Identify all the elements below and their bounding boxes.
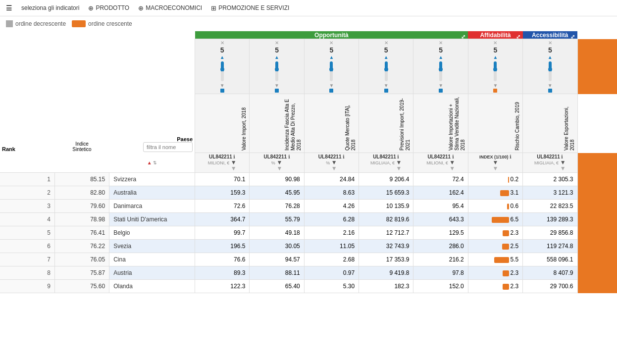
hamburger-icon[interactable]: ☰ [6,4,12,12]
category-header-row: Opportunità ⤢ Affidabilità ⤢ Accessibili… [0,31,617,39]
td-incidenza: 88.11 [250,266,304,280]
td-valore-import: 99.7 [195,226,250,240]
ul-previsioni: UL842211 ℹ MIGLIAIA, € ▼▼ [359,153,413,173]
th-rank: Rank [0,94,54,153]
td-previsioni: 17 353.9 [359,253,413,266]
seleziona-indicatori[interactable]: seleziona gli indicatori [21,4,79,11]
ul-valore-esportazioni: UL842211 ℹ MIGLIAIA, € ▼▼ [523,153,577,173]
td-valore-esportazioni: 139 289.3 [523,213,577,226]
rischio-bar [508,177,509,183]
slider-rischio: ✕ 5 ▲ ▼ [468,39,522,94]
td-valore-importazioni: 643.3 [413,213,468,226]
td-paese: Cina [109,253,195,266]
paese-filter-input[interactable] [143,142,193,152]
td-quote: 11.05 [304,240,359,253]
td-previsioni: 32 743.9 [359,240,413,253]
td-paese: Danimarca [109,200,195,213]
ul-valore-import: UL842211 ℹ MILIONI, € ▼▼ [195,153,250,173]
rischio-bar [502,244,509,250]
col-header-row: Rank Indice Sintetico Paese Valore Impor… [0,94,617,153]
td-paese: Belgio [109,226,195,240]
td-quote: 4.26 [304,200,359,213]
td-valore-import: 122.3 [195,280,250,293]
affidabilita-expand-btn[interactable]: ⤢ [516,34,520,40]
rischio-bar [503,230,509,236]
th-scroll [577,94,617,153]
td-valore-importazioni: 162.4 [413,186,468,200]
td-valore-esportazioni: 3 121.3 [523,186,577,200]
close-valore-import[interactable]: ✕ [220,40,224,46]
table-row: 3 79.60 Danimarca 72.6 76.28 4.26 10 135… [0,200,617,213]
td-rank: 8 [0,266,54,280]
sort-desc-box [6,20,13,27]
td-quote: 8.63 [304,186,359,200]
td-paese: Stati Uniti D'america [109,213,195,226]
accessibilita-expand-btn[interactable]: ⤢ [570,34,575,40]
nav-macroeconomici[interactable]: ⊕ MACROECONOMICI [138,4,202,12]
macroeconomici-icon: ⊕ [138,4,144,12]
scroll-spacer [577,31,617,39]
slider-indicator [220,89,224,93]
td-previsioni: 82 819.6 [359,213,413,226]
td-previsioni: 15 659.3 [359,186,413,200]
opportunita-expand-btn[interactable]: ⤢ [461,34,465,40]
td-scroll [577,253,617,266]
top-nav: ☰ seleziona gli indicatori ⊕ PRODOTTO ⊕ … [0,0,617,16]
ul-quote: UL842211 ℹ % ▼▼ [304,153,359,173]
slider-incidenza: ✕ 5 ▲ ▼ [250,39,304,94]
td-quote: 0.97 [304,266,359,280]
nav-prodotto[interactable]: ⊕ PRODOTTO [88,4,129,12]
td-valore-import: 76.6 [195,253,250,266]
td-valore-importazioni: 129.5 [413,226,468,240]
promozione-icon: ⊞ [211,4,216,12]
td-valore-import: 72.6 [195,200,250,213]
td-rank: 5 [0,226,54,240]
ul-empty2: ▲ ⇅ [109,153,195,173]
sort-asc-label: ordine crescente [72,20,132,27]
td-rank: 2 [0,186,54,200]
ul-rischio: INDEX (1/100) ℹ ▼▼ [468,153,522,173]
th-rischio: Rischio Cambio, 2019 [468,94,522,153]
close-incidenza[interactable]: ✕ [275,40,279,46]
slider-previsioni: ✕ 5 ▲ ▼ [359,39,413,94]
th-incidenza: Incidenza Fascia Alta E Medio Alta Di Pr… [250,94,304,153]
table-row: 5 76.41 Belgio 99.7 49.18 2.16 12 712.7 … [0,226,617,240]
td-valore-import: 89.3 [195,266,250,280]
td-valore-esportazioni: 8 407.9 [523,266,577,280]
td-rischio: 3.1 [468,186,522,200]
td-valore-importazioni: 286.0 [413,240,468,253]
td-incidenza: 55.79 [250,213,304,226]
td-valore-esportazioni: 22 823.5 [523,200,577,213]
sort-arrows-valore-import[interactable]: ▼▼ [231,159,237,171]
ul-code-row: ▲ ⇅ UL842211 ℹ MILIONI, € ▼▼ UL842211 ℹ … [0,153,617,173]
nav-promozione[interactable]: ⊞ PROMOZIONE E SERVIZI [211,4,289,12]
td-rischio: 2.5 [468,240,522,253]
slider-valore-import: ✕ 5 ▲ ▼ [195,39,250,94]
rischio-bar [503,270,509,276]
td-incidenza: 94.57 [250,253,304,266]
ul-valore-importazioni: UL842211 ℹ MILIONI, € ▼▼ [413,153,468,173]
arrow-dn-valore-import[interactable]: ▼ [220,83,225,88]
td-rank: 4 [0,213,54,226]
td-valore-esportazioni: 29 700.6 [523,280,577,293]
td-indice: 79.60 [54,200,109,213]
th-quote: Quote Mercato [ITA], 2018 [304,94,359,153]
td-rischio: 0.2 [468,173,522,186]
td-indice: 75.87 [54,266,109,280]
rischio-bar [494,257,509,263]
table-row: 6 76.22 Svezia 196.5 30.05 11.05 32 743.… [0,240,617,253]
rischio-bar [507,204,509,209]
table-row: 1 85.15 Svizzera 70.1 90.98 24.84 9 206.… [0,173,617,186]
td-scroll [577,280,617,293]
td-indice: 78.98 [54,213,109,226]
td-valore-importazioni: 97.8 [413,266,468,280]
td-valore-esportazioni: 558 096.1 [523,253,577,266]
arrow-up-valore-import[interactable]: ▲ [220,54,225,60]
cat-empty [0,31,195,39]
table-row: 8 75.87 Austria 89.3 88.11 0.97 9 419.8 … [0,266,617,280]
rischio-bar [492,217,509,223]
td-paese: Australia [109,186,195,200]
paese-label: Paese [111,136,193,142]
slider-bar-valore-import[interactable] [221,61,224,81]
td-indice: 75.60 [54,280,109,293]
